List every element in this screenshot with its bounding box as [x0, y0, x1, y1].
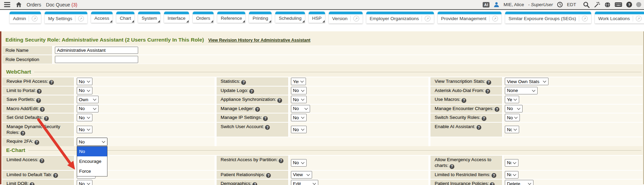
- wand-icon[interactable]: [594, 1, 600, 8]
- role-description-input[interactable]: [55, 56, 138, 63]
- select-revoke-phi-access[interactable]: No: [77, 78, 92, 85]
- nav-orders[interactable]: Orders: [27, 2, 41, 7]
- role-name-input[interactable]: [55, 47, 138, 54]
- help-icon[interactable]: ?: [626, 2, 632, 7]
- field-help-icon[interactable]: ?: [279, 158, 283, 163]
- tab-access[interactable]: Access: [91, 12, 113, 23]
- select-view-transcription-stats[interactable]: View Own Stats: [505, 78, 548, 85]
- field-help-icon[interactable]: ?: [486, 80, 491, 85]
- select-patient-relationships[interactable]: View: [291, 171, 312, 179]
- field-help-icon[interactable]: ?: [44, 116, 49, 121]
- open-in-new-icon[interactable]: ↗: [32, 16, 38, 21]
- field-help-icon[interactable]: ?: [482, 116, 486, 121]
- tab-hsp[interactable]: HSP: [309, 12, 325, 23]
- tab-reference[interactable]: Reference: [217, 12, 245, 23]
- tab-version[interactable]: Version↗: [329, 12, 363, 24]
- field-help-icon[interactable]: ?: [266, 173, 271, 178]
- tab-admin[interactable]: Admin↗: [10, 12, 41, 24]
- home-icon[interactable]: [16, 2, 22, 7]
- globe-icon[interactable]: [604, 2, 611, 8]
- field-label-text: Limit to Portal:: [6, 88, 36, 93]
- field-help-icon[interactable]: ?: [495, 107, 499, 112]
- field-help-icon[interactable]: ?: [49, 80, 54, 85]
- dropdown-option-encourage[interactable]: Encourage: [77, 156, 107, 166]
- select-save-portlets[interactable]: Own: [77, 96, 99, 103]
- select-limit-to-portal[interactable]: No: [77, 87, 92, 94]
- tab-scheduling[interactable]: Scheduling: [275, 12, 305, 23]
- user-icon[interactable]: [494, 2, 499, 7]
- field-help-icon[interactable]: ?: [450, 164, 454, 169]
- select-enable-ai-assistant[interactable]: No: [505, 126, 519, 133]
- field-help-icon[interactable]: ?: [252, 182, 257, 185]
- select-statistics[interactable]: Yes: [291, 78, 306, 85]
- select-asterisk-auto-dial-from[interactable]: None: [505, 87, 538, 94]
- open-in-new-icon[interactable]: ↗: [78, 16, 84, 21]
- select-patient-insurance-policies[interactable]: Delete: [505, 180, 533, 185]
- open-in-new-icon[interactable]: ↗: [636, 16, 642, 21]
- select-manage-encounter-charges[interactable]: No: [505, 105, 523, 112]
- tab-employer-organizations[interactable]: Employer Organizations↗: [366, 12, 434, 24]
- nav-doc-queue[interactable]: Doc Queue (3): [46, 2, 77, 7]
- field-help-icon[interactable]: ?: [265, 125, 270, 130]
- field-help-icon[interactable]: ?: [53, 173, 58, 178]
- clock-icon[interactable]: [557, 2, 563, 7]
- select-manage-ledger[interactable]: No: [291, 105, 310, 112]
- field-help-icon[interactable]: ?: [249, 89, 254, 94]
- tab-printing[interactable]: Printing: [249, 12, 272, 23]
- field-help-icon[interactable]: ?: [37, 89, 42, 94]
- role-description-label: Role Description: [2, 55, 52, 64]
- select-allow-emergency-access-to-charts[interactable]: No: [505, 159, 518, 167]
- select-require-2fa[interactable]: No: [77, 138, 107, 146]
- select-limit-dob[interactable]: No: [77, 180, 92, 185]
- field-help-icon[interactable]: ?: [277, 98, 282, 103]
- field-help-icon[interactable]: ?: [34, 140, 39, 145]
- select-manage-dynamic-security-roles[interactable]: No: [77, 126, 92, 133]
- field-help-icon[interactable]: ?: [485, 89, 490, 94]
- field-help-icon[interactable]: ?: [462, 98, 466, 103]
- field-help-icon[interactable]: ?: [492, 173, 496, 178]
- field-help-icon[interactable]: ?: [255, 107, 260, 112]
- tab-provider-management[interactable]: Provider Management↗: [438, 12, 501, 24]
- tab-interface[interactable]: Interface: [164, 12, 189, 23]
- field-help-icon[interactable]: ?: [30, 182, 34, 185]
- search-icon[interactable]: [583, 1, 590, 8]
- select-switch-security-roles[interactable]: No: [505, 114, 520, 121]
- select-limited-to-restricted-items[interactable]: No: [505, 171, 518, 179]
- field-help-icon[interactable]: ?: [477, 125, 481, 130]
- select-value: No: [293, 88, 299, 93]
- select-set-grid-defaults[interactable]: No: [77, 114, 92, 121]
- dropdown-option-no[interactable]: No: [77, 147, 107, 156]
- select-appliance-synchronization[interactable]: No: [291, 96, 307, 103]
- open-in-new-icon[interactable]: ↗: [582, 16, 588, 21]
- chevron-down-icon: [528, 182, 531, 185]
- tab-system[interactable]: System: [138, 12, 160, 23]
- tab-my-settings[interactable]: My Settings↗: [45, 12, 87, 24]
- dropdown-option-force[interactable]: Force: [77, 166, 107, 176]
- select-update-logo[interactable]: No: [291, 87, 307, 94]
- tab-work-locations[interactable]: Work Locations↗: [595, 12, 644, 24]
- field-help-icon[interactable]: ?: [36, 98, 41, 103]
- select-demographics[interactable]: Edit: [291, 180, 318, 185]
- select-switch-user-account[interactable]: No: [291, 126, 307, 133]
- status-circle-icon[interactable]: [636, 2, 641, 7]
- tab-similar-exposure-groups-segs[interactable]: Similar Exposure Groups (SEGs)↗: [505, 12, 591, 24]
- open-in-new-icon[interactable]: ↗: [353, 16, 359, 21]
- field-help-icon[interactable]: ?: [40, 107, 45, 112]
- menu-icon[interactable]: [3, 1, 11, 8]
- field-help-icon[interactable]: ?: [241, 80, 246, 85]
- select-macro-add-edit[interactable]: No: [77, 105, 99, 112]
- field-help-icon[interactable]: ?: [263, 116, 268, 121]
- field-help-icon[interactable]: ?: [40, 158, 44, 163]
- revision-history-link[interactable]: View Revision History for Administrative…: [208, 38, 310, 43]
- tab-chart[interactable]: Chart: [116, 12, 134, 23]
- open-in-new-icon[interactable]: ↗: [492, 16, 498, 21]
- field-help-icon[interactable]: ?: [490, 182, 495, 185]
- select-use-macros[interactable]: Yes: [505, 96, 519, 103]
- select-manage-ip-settings[interactable]: No: [291, 114, 307, 121]
- tab-orders[interactable]: Orders: [193, 12, 214, 23]
- select-restrict-access-by-partition[interactable]: No: [291, 159, 307, 167]
- keyboard-icon[interactable]: [615, 2, 622, 7]
- field-help-icon[interactable]: ?: [20, 131, 25, 136]
- open-in-new-icon[interactable]: ↗: [425, 16, 430, 21]
- ai-assistant-badge[interactable]: AI: [483, 2, 489, 7]
